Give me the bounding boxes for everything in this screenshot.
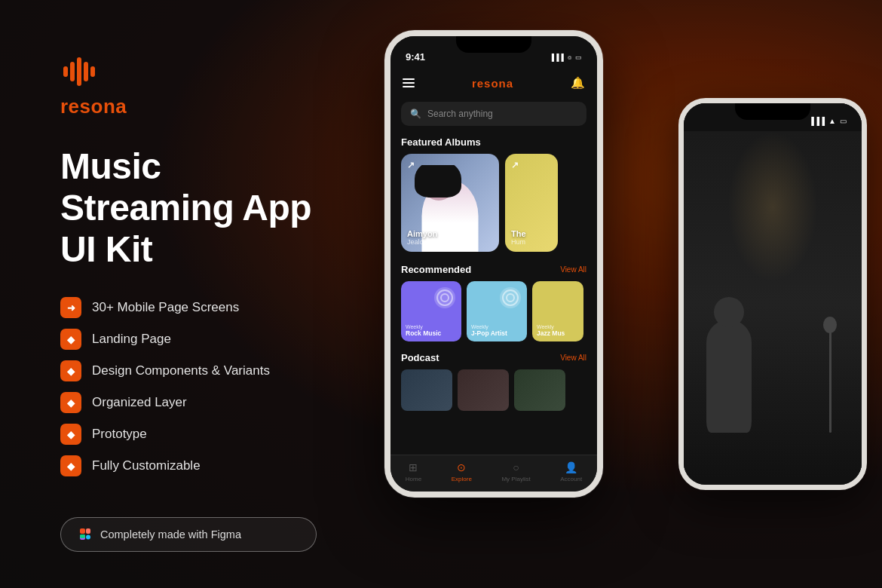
search-bar[interactable]: 🔍 Search anything (401, 102, 586, 126)
right-panel: ▐▐▐ ▲ ▭ (362, 0, 882, 588)
recommended-view-all[interactable]: View All (560, 265, 586, 274)
battery-status-icon: ▭ (575, 54, 582, 61)
rec-label-2: Weekly (471, 324, 522, 329)
feature-icon-1: ➜ (60, 297, 81, 318)
nav-home-label: Home (406, 476, 421, 482)
app-logo-text: resona (472, 77, 513, 90)
featured-albums-row: ↗ Aimyon Jealous of Cats ↗ (390, 154, 597, 261)
podcast-card-1[interactable] (401, 369, 452, 411)
feature-text-5: Prototype (92, 427, 147, 442)
concert-bg (684, 131, 862, 478)
album-name-2: The (511, 229, 526, 238)
person-hair-art (415, 165, 461, 198)
figma-badge-button[interactable]: Completely made with Figma (60, 517, 317, 552)
featured-section-title: Featured Albums (401, 136, 481, 148)
svg-rect-4 (90, 66, 95, 77)
svg-rect-1 (70, 62, 75, 81)
nav-explore-label: Explore (452, 476, 472, 482)
mic-stand (829, 327, 831, 433)
svg-rect-5 (80, 528, 85, 534)
main-headline: Music Streaming App UI Kit (60, 145, 317, 271)
rec-card-icon-2 (500, 287, 521, 308)
album-info-2: The Hum (511, 229, 526, 246)
search-icon: 🔍 (410, 109, 421, 119)
recommended-section-header: Recommended View All (390, 261, 597, 281)
battery-icon: ▭ (840, 117, 847, 125)
status-time: 9:41 (406, 51, 425, 63)
logo-area: resona (60, 51, 317, 118)
feature-text-1: 30+ Mobile Page Screens (92, 300, 239, 315)
svg-point-8 (86, 535, 90, 540)
svg-rect-6 (86, 528, 90, 534)
album-sub-1: Jealous of Cats (407, 238, 454, 246)
feature-text-2: Landing Page (92, 332, 171, 347)
list-item: ➜ 30+ Mobile Page Screens (60, 297, 317, 318)
rec-card-2[interactable]: Weekly J-Pop Artist (467, 281, 527, 341)
rec-label-3: Weekly (537, 324, 579, 329)
svg-point-13 (507, 294, 514, 302)
resona-logo-icon (60, 51, 101, 92)
album-card-1[interactable]: ↗ Aimyon Jealous of Cats (401, 154, 499, 252)
feature-icon-5: ◆ (60, 424, 81, 445)
svg-point-11 (441, 294, 449, 302)
wifi-status-icon: ⌾ (568, 54, 571, 61)
nav-explore[interactable]: ⊙ Explore (452, 461, 472, 482)
nav-playlist-label: My Playlist (501, 476, 530, 482)
app-header: resona 🔔 (390, 69, 597, 97)
main-notch (456, 36, 531, 53)
podcast-view-all[interactable]: View All (560, 354, 586, 362)
signal-bars-icon: ▐▐▐ (550, 54, 564, 61)
bottom-nav: ⊞ Home ⊙ Explore ○ My Playlist 👤 Account (390, 455, 597, 492)
rec-title-1: Rock Music (406, 329, 457, 337)
search-placeholder: Search anything (427, 109, 493, 119)
rec-card-icon-1 (434, 287, 455, 308)
content-wrapper: resona Music Streaming App UI Kit ➜ 30+ … (0, 0, 882, 588)
signal-icon: ▐▐▐ (809, 117, 825, 125)
figma-badge-label: Completely made with Figma (100, 528, 241, 541)
rec-title-3: Jazz Mus (537, 329, 579, 337)
podcast-section-header: Podcast View All (390, 349, 597, 369)
menu-line-3 (403, 86, 415, 87)
menu-line-1 (403, 78, 415, 80)
rec-card-3[interactable]: Weekly Jazz Mus (532, 281, 583, 341)
podcast-card-2[interactable] (458, 369, 509, 411)
mic-head (823, 317, 837, 333)
album-link-icon-2: ↗ (511, 160, 519, 170)
rec-title-2: J-Pop Artist (471, 329, 522, 337)
playlist-icon: ○ (513, 461, 519, 473)
rec-label-1: Weekly (406, 324, 457, 329)
brand-name: resona (60, 95, 127, 118)
menu-line-2 (403, 82, 415, 84)
podcast-card-3[interactable] (514, 369, 565, 411)
spotlight (727, 131, 818, 282)
phone-main: 9:41 ▐▐▐ ⌾ ▭ resona 🔔 🔍 (384, 30, 603, 498)
feature-icon-3: ◆ (60, 360, 81, 381)
menu-icon[interactable] (403, 78, 415, 87)
featured-section-header: Featured Albums (390, 133, 597, 154)
left-panel: resona Music Streaming App UI Kit ➜ 30+ … (0, 0, 362, 588)
album-name-1: Aimyon (407, 229, 454, 238)
nav-playlist[interactable]: ○ My Playlist (501, 461, 530, 482)
svg-point-12 (503, 290, 518, 305)
nav-home[interactable]: ⊞ Home (406, 461, 421, 482)
nav-account[interactable]: 👤 Account (560, 461, 582, 482)
list-item: ◆ Landing Page (60, 329, 317, 350)
nav-account-label: Account (560, 476, 582, 482)
album-card-2[interactable]: ↗ The Hum (505, 154, 558, 252)
feature-icon-4: ◆ (60, 392, 81, 413)
status-icons: ▐▐▐ ⌾ ▭ (550, 54, 582, 61)
album-info-1: Aimyon Jealous of Cats (407, 229, 454, 246)
podcast-row (390, 369, 597, 411)
feature-list: ➜ 30+ Mobile Page Screens ◆ Landing Page… (60, 297, 317, 487)
notification-bell-icon[interactable]: 🔔 (571, 76, 585, 90)
rec-card-1[interactable]: Weekly Rock Music (401, 281, 461, 341)
feature-icon-6: ◆ (60, 455, 81, 476)
recommended-title: Recommended (401, 264, 471, 275)
feature-text-6: Fully Customizable (92, 458, 201, 473)
feature-icon-2: ◆ (60, 329, 81, 350)
recommended-row: Weekly Rock Music Weekly J-Pop Artist We… (390, 281, 597, 349)
svg-rect-3 (84, 62, 88, 81)
svg-rect-0 (63, 66, 68, 77)
wifi-icon: ▲ (828, 117, 836, 125)
svg-rect-9 (80, 534, 85, 538)
